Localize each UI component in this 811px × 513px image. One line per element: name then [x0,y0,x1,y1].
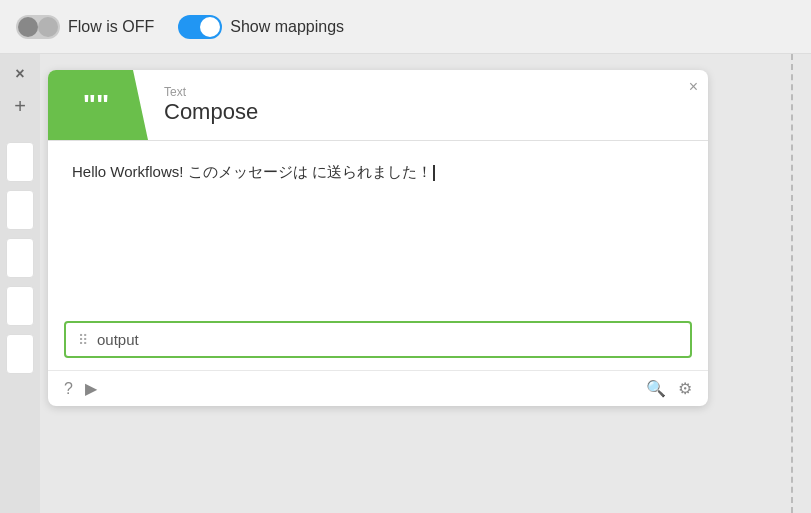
toggle-knob-left [18,17,38,37]
toggle-knob-right [38,17,58,37]
show-mappings-label: Show mappings [230,18,344,36]
show-mappings-group: Show mappings [178,15,344,39]
run-button[interactable]: ▶ [85,379,97,398]
sidebar-box-4[interactable] [6,286,34,326]
sidebar-box-1[interactable] [6,142,34,182]
card-header-text: Text Compose [148,70,708,140]
sidebar-box-2[interactable] [6,190,34,230]
drag-handle-icon: ⠿ [78,332,87,348]
left-sidebar: × + [0,54,40,513]
compose-card: " " Text Compose × Hello Workflows! このメッ… [48,70,708,406]
topbar: Flow is OFF Show mappings [0,0,811,54]
footer-left: ? ▶ [64,379,97,398]
card-body: Hello Workflows! このメッセージは に送られました！ [48,141,708,321]
sidebar-close-button[interactable]: × [8,62,32,86]
text-cursor [433,165,435,181]
right-edge [791,54,811,513]
footer-right: 🔍 ⚙ [646,379,692,398]
output-label: output [97,331,139,348]
sidebar-box-5[interactable] [6,334,34,374]
card-title-label: Compose [164,99,692,125]
card-header: " " Text Compose × [48,70,708,141]
card-area: " " Text Compose × Hello Workflows! このメッ… [40,54,791,513]
card-body-text: Hello Workflows! このメッセージは に送られました！ [72,163,432,180]
flow-toggle-label: Flow is OFF [68,18,154,36]
card-close-button[interactable]: × [689,78,698,96]
output-row[interactable]: ⠿ output [64,321,692,358]
card-output-section: ⠿ output [48,321,708,370]
help-icon[interactable]: ? [64,380,73,398]
settings-icon[interactable]: ⚙ [678,379,692,398]
quote-marks-icon: " " [83,89,105,121]
sidebar-boxes [6,142,34,374]
card-header-icon: " " [48,70,148,140]
flow-toggle[interactable] [16,15,60,39]
sidebar-add-button[interactable]: + [8,94,32,118]
main-area: × + " " Text Compose × [0,54,811,513]
show-mappings-toggle[interactable] [178,15,222,39]
show-mappings-knob [200,17,220,37]
flow-toggle-group: Flow is OFF [16,15,154,39]
search-icon[interactable]: 🔍 [646,379,666,398]
toggle-track [16,15,60,39]
card-text-content[interactable]: Hello Workflows! このメッセージは に送られました！ [72,161,684,184]
card-footer: ? ▶ 🔍 ⚙ [48,370,708,406]
card-type-label: Text [164,85,692,99]
sidebar-box-3[interactable] [6,238,34,278]
